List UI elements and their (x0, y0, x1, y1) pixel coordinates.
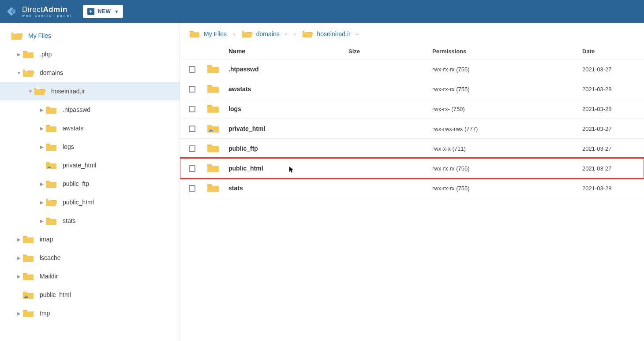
row-checkbox[interactable] (189, 106, 195, 112)
sidebar-item[interactable]: ▶lscache (0, 248, 180, 267)
sidebar-item-label: logs (63, 143, 74, 150)
sidebar-item-label: Maildir (40, 273, 58, 280)
expand-icon[interactable]: ▶ (39, 200, 45, 205)
table-row[interactable]: public_htmlrwx-rx-rx (755)2021-03-27 (180, 159, 644, 178)
folder-link-icon (22, 289, 34, 300)
sidebar-item[interactable]: ▶.php (0, 45, 180, 63)
expand-icon[interactable]: ▼ (27, 89, 34, 94)
expand-icon[interactable]: ▶ (16, 237, 22, 242)
sidebar-item-label: stats (63, 217, 76, 224)
folder-closed-icon (45, 104, 57, 115)
folder-open-icon (302, 29, 313, 39)
sidebar-item-label: private_html (63, 162, 96, 169)
folder-closed-icon (22, 234, 34, 245)
row-permissions: rwx-rx-rx (755) (432, 86, 582, 93)
expand-icon[interactable]: ▶ (16, 311, 22, 316)
expand-icon[interactable]: ▶ (39, 145, 45, 149)
row-date: 2021-03-28 (582, 86, 635, 93)
sidebar-item[interactable]: ▶tmp (0, 304, 180, 322)
folder-closed-icon (206, 182, 220, 195)
col-date[interactable]: Date (582, 48, 635, 55)
expand-icon[interactable]: ▶ (39, 126, 45, 131)
row-permissions: rwx-rx-rx (755) (432, 185, 582, 192)
sidebar-item[interactable]: ▶logs (0, 137, 180, 156)
col-size[interactable]: Size (348, 48, 432, 55)
table-row[interactable]: public_ftprwx-x-x (711)2021-03-27 (180, 139, 644, 159)
content-area: My Files›domains⌄›hoseinirad.ir⌄ Name Si… (180, 23, 644, 341)
folder-closed-icon (206, 142, 220, 155)
logo-subtitle: web control panel (22, 14, 72, 18)
col-permissions[interactable]: Permissions (432, 48, 582, 55)
folder-closed-icon (206, 83, 220, 96)
row-checkbox[interactable] (189, 185, 195, 192)
sidebar-item-label: public_ftp (63, 180, 89, 187)
sidebar-item-label: .php (40, 51, 52, 58)
expand-icon[interactable]: ▶ (39, 182, 45, 186)
sidebar-item[interactable]: private_html (0, 156, 180, 174)
file-table: Name Size Permissions Date .htpasswdrwx-… (180, 43, 644, 198)
row-date: 2021-03-28 (582, 185, 635, 192)
logo[interactable]: DirectAdmin web control panel (5, 5, 72, 18)
table-row[interactable]: .htpasswdrwx-rx-rx (755)2021-03-27 (180, 59, 644, 79)
row-name: stats (228, 185, 348, 192)
row-checkbox[interactable] (189, 165, 195, 172)
row-name: awstats (228, 85, 348, 93)
sidebar-item-label: public_html (40, 291, 71, 298)
folder-closed-icon (45, 141, 57, 152)
sidebar-root-label: My Files (28, 32, 51, 39)
sidebar-item-label: tmp (40, 310, 50, 317)
breadcrumb-separator: › (233, 30, 235, 37)
sidebar-item[interactable]: ▼domains (0, 63, 180, 82)
chevron-down-icon[interactable]: ⌄ (355, 32, 359, 36)
new-button[interactable]: + NEW ▼ (83, 5, 123, 18)
row-date: 2021-03-28 (582, 106, 635, 112)
row-checkbox[interactable] (189, 66, 195, 73)
folder-closed-icon (206, 103, 220, 115)
expand-icon[interactable]: ▶ (16, 274, 22, 279)
sidebar-root[interactable]: My Files (0, 26, 180, 45)
table-row[interactable]: logsrwx-rx- (750)2021-03-28 (180, 99, 644, 119)
sidebar-item[interactable]: ▶awstats (0, 119, 180, 137)
sidebar-item[interactable]: ▶public_ftp (0, 174, 180, 193)
row-name: logs (228, 105, 348, 112)
row-checkbox[interactable] (189, 126, 195, 132)
expand-icon[interactable]: ▶ (16, 256, 22, 260)
sidebar-item[interactable]: ▶.htpasswd (0, 100, 180, 119)
sidebar-item[interactable]: ▶Maildir (0, 267, 180, 285)
breadcrumb-item[interactable]: My Files (189, 29, 227, 39)
row-date: 2021-03-27 (582, 145, 635, 152)
row-checkbox[interactable] (189, 86, 195, 93)
breadcrumb-item[interactable]: hoseinirad.ir⌄ (302, 29, 358, 39)
app-header: DirectAdmin web control panel + NEW ▼ (0, 0, 644, 23)
sidebar-item[interactable]: ▶public_html (0, 193, 180, 211)
row-name: private_html (228, 125, 348, 132)
expand-icon[interactable]: ▶ (16, 52, 22, 57)
expand-icon[interactable]: ▼ (16, 70, 22, 75)
folder-open-icon (34, 86, 46, 96)
breadcrumb-label: My Files (204, 30, 227, 37)
folder-closed-icon (45, 215, 57, 226)
breadcrumb-item[interactable]: domains⌄ (241, 29, 288, 39)
expand-icon[interactable]: ▶ (39, 219, 45, 223)
row-date: 2021-03-27 (582, 126, 635, 132)
sidebar-item[interactable]: ▼hoseinirad.ir (0, 82, 180, 100)
row-permissions: rwx-rx-rx (755) (432, 165, 582, 172)
row-permissions: rwx-rx-rx (755) (432, 66, 582, 73)
chevron-down-icon[interactable]: ⌄ (284, 32, 288, 36)
row-name: public_html (228, 165, 348, 172)
col-name[interactable]: Name (228, 48, 348, 55)
sidebar-item[interactable]: public_html (0, 285, 180, 304)
breadcrumb-label: domains (256, 30, 280, 37)
sidebar-item-label: lscache (40, 254, 60, 261)
sidebar-item[interactable]: ▶imap (0, 230, 180, 248)
sidebar-item[interactable]: ▶stats (0, 211, 180, 230)
table-row[interactable]: private_htmlrwx-rwx-rwx (777)2021-03-27 (180, 119, 644, 139)
table-row[interactable]: statsrwx-rx-rx (755)2021-03-28 (180, 178, 644, 198)
folder-closed-icon (45, 178, 57, 189)
row-date: 2021-03-27 (582, 66, 635, 73)
row-checkbox[interactable] (189, 145, 195, 152)
chevron-down-icon: ▼ (114, 9, 119, 14)
table-row[interactable]: awstatsrwx-rx-rx (755)2021-03-28 (180, 79, 644, 99)
expand-icon[interactable]: ▶ (39, 107, 45, 112)
folder-closed-icon (22, 271, 34, 282)
